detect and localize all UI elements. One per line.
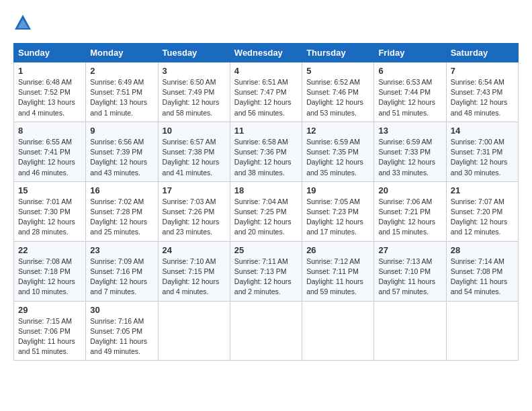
calendar-week-row: 8Sunrise: 6:55 AM Sunset: 7:41 PM Daylig…: [14, 122, 519, 181]
calendar-cell: 11Sunrise: 6:58 AM Sunset: 7:36 PM Dayli…: [230, 122, 302, 181]
calendar-cell: 30Sunrise: 7:16 AM Sunset: 7:05 PM Dayli…: [86, 301, 158, 361]
calendar-header-row: SundayMondayTuesdayWednesdayThursdayFrid…: [14, 44, 519, 62]
calendar-cell: 15Sunrise: 7:01 AM Sunset: 7:30 PM Dayli…: [14, 181, 86, 241]
calendar-cell: 27Sunrise: 7:13 AM Sunset: 7:10 PM Dayli…: [374, 241, 446, 301]
day-number: 18: [234, 185, 298, 195]
day-info: Sunrise: 6:58 AM Sunset: 7:36 PM Dayligh…: [234, 137, 298, 178]
day-number: 30: [90, 305, 153, 315]
calendar-body: 1Sunrise: 6:48 AM Sunset: 7:52 PM Daylig…: [14, 62, 519, 361]
calendar-cell: 21Sunrise: 7:07 AM Sunset: 7:20 PM Dayli…: [446, 181, 518, 241]
calendar-cell: 12Sunrise: 6:59 AM Sunset: 7:35 PM Dayli…: [302, 122, 374, 181]
day-number: 3: [163, 66, 226, 76]
day-info: Sunrise: 6:52 AM Sunset: 7:46 PM Dayligh…: [306, 77, 369, 118]
day-info: Sunrise: 6:51 AM Sunset: 7:47 PM Dayligh…: [234, 77, 298, 118]
calendar-cell: [446, 301, 518, 361]
day-info: Sunrise: 6:53 AM Sunset: 7:44 PM Dayligh…: [378, 77, 441, 118]
calendar-cell: 9Sunrise: 6:56 AM Sunset: 7:39 PM Daylig…: [86, 122, 158, 181]
day-info: Sunrise: 7:06 AM Sunset: 7:21 PM Dayligh…: [378, 197, 441, 238]
day-info: Sunrise: 6:56 AM Sunset: 7:39 PM Dayligh…: [90, 137, 153, 178]
calendar-cell: 2Sunrise: 6:49 AM Sunset: 7:51 PM Daylig…: [86, 62, 158, 122]
day-info: Sunrise: 7:02 AM Sunset: 7:28 PM Dayligh…: [90, 197, 153, 238]
day-info: Sunrise: 7:12 AM Sunset: 7:11 PM Dayligh…: [306, 257, 369, 298]
day-header-tuesday: Tuesday: [158, 44, 230, 62]
calendar-cell: 19Sunrise: 7:05 AM Sunset: 7:23 PM Dayli…: [302, 181, 374, 241]
day-info: Sunrise: 6:59 AM Sunset: 7:35 PM Dayligh…: [306, 137, 369, 178]
day-number: 23: [90, 245, 153, 255]
day-number: 9: [90, 126, 153, 136]
day-number: 29: [18, 305, 81, 315]
day-number: 10: [163, 126, 226, 136]
logo-icon: [13, 13, 32, 32]
day-info: Sunrise: 7:01 AM Sunset: 7:30 PM Dayligh…: [18, 197, 81, 238]
calendar-week-row: 29Sunrise: 7:15 AM Sunset: 7:06 PM Dayli…: [14, 301, 519, 361]
day-number: 27: [378, 245, 441, 255]
day-info: Sunrise: 7:15 AM Sunset: 7:06 PM Dayligh…: [18, 316, 81, 357]
logo: [13, 13, 35, 32]
day-number: 20: [378, 185, 441, 195]
day-header-sunday: Sunday: [14, 44, 86, 62]
header: [13, 13, 519, 32]
day-info: Sunrise: 7:10 AM Sunset: 7:15 PM Dayligh…: [163, 257, 226, 298]
calendar-cell: 4Sunrise: 6:51 AM Sunset: 7:47 PM Daylig…: [230, 62, 302, 122]
calendar-cell: 23Sunrise: 7:09 AM Sunset: 7:16 PM Dayli…: [86, 241, 158, 301]
calendar-cell: 16Sunrise: 7:02 AM Sunset: 7:28 PM Dayli…: [86, 181, 158, 241]
calendar-cell: [158, 301, 230, 361]
day-info: Sunrise: 7:08 AM Sunset: 7:18 PM Dayligh…: [18, 257, 81, 298]
calendar-cell: 3Sunrise: 6:50 AM Sunset: 7:49 PM Daylig…: [158, 62, 230, 122]
day-number: 1: [18, 66, 81, 76]
day-number: 11: [234, 126, 298, 136]
day-info: Sunrise: 7:13 AM Sunset: 7:10 PM Dayligh…: [378, 257, 441, 298]
day-number: 13: [378, 126, 441, 136]
day-number: 22: [18, 245, 81, 255]
day-info: Sunrise: 7:09 AM Sunset: 7:16 PM Dayligh…: [90, 257, 153, 298]
calendar-cell: 25Sunrise: 7:11 AM Sunset: 7:13 PM Dayli…: [230, 241, 302, 301]
day-number: 25: [234, 245, 298, 255]
day-number: 12: [306, 126, 369, 136]
day-number: 15: [18, 185, 81, 195]
day-number: 21: [451, 185, 514, 195]
day-number: 17: [163, 185, 226, 195]
day-number: 4: [234, 66, 298, 76]
day-info: Sunrise: 6:49 AM Sunset: 7:51 PM Dayligh…: [90, 77, 153, 118]
calendar-cell: 28Sunrise: 7:14 AM Sunset: 7:08 PM Dayli…: [446, 241, 518, 301]
day-info: Sunrise: 7:03 AM Sunset: 7:26 PM Dayligh…: [163, 197, 226, 238]
day-number: 14: [451, 126, 514, 136]
day-info: Sunrise: 7:07 AM Sunset: 7:20 PM Dayligh…: [451, 197, 514, 238]
day-info: Sunrise: 7:04 AM Sunset: 7:25 PM Dayligh…: [234, 197, 298, 238]
day-header-wednesday: Wednesday: [230, 44, 302, 62]
day-info: Sunrise: 6:59 AM Sunset: 7:33 PM Dayligh…: [378, 137, 441, 178]
day-info: Sunrise: 6:50 AM Sunset: 7:49 PM Dayligh…: [163, 77, 226, 118]
day-info: Sunrise: 7:05 AM Sunset: 7:23 PM Dayligh…: [306, 197, 369, 238]
calendar-cell: 18Sunrise: 7:04 AM Sunset: 7:25 PM Dayli…: [230, 181, 302, 241]
calendar-table: SundayMondayTuesdayWednesdayThursdayFrid…: [13, 43, 519, 361]
day-number: 2: [90, 66, 153, 76]
calendar-cell: [302, 301, 374, 361]
calendar-cell: 13Sunrise: 6:59 AM Sunset: 7:33 PM Dayli…: [374, 122, 446, 181]
day-number: 8: [18, 126, 81, 136]
day-number: 19: [306, 185, 369, 195]
day-number: 6: [378, 66, 441, 76]
calendar-week-row: 1Sunrise: 6:48 AM Sunset: 7:52 PM Daylig…: [14, 62, 519, 122]
calendar-cell: [374, 301, 446, 361]
calendar-cell: 26Sunrise: 7:12 AM Sunset: 7:11 PM Dayli…: [302, 241, 374, 301]
day-info: Sunrise: 7:00 AM Sunset: 7:31 PM Dayligh…: [451, 137, 514, 178]
day-header-thursday: Thursday: [302, 44, 374, 62]
day-info: Sunrise: 7:16 AM Sunset: 7:05 PM Dayligh…: [90, 316, 153, 357]
calendar-cell: 8Sunrise: 6:55 AM Sunset: 7:41 PM Daylig…: [14, 122, 86, 181]
day-number: 16: [90, 185, 153, 195]
day-header-monday: Monday: [86, 44, 158, 62]
calendar-cell: [230, 301, 302, 361]
calendar-cell: 6Sunrise: 6:53 AM Sunset: 7:44 PM Daylig…: [374, 62, 446, 122]
calendar-week-row: 22Sunrise: 7:08 AM Sunset: 7:18 PM Dayli…: [14, 241, 519, 301]
day-info: Sunrise: 7:14 AM Sunset: 7:08 PM Dayligh…: [451, 257, 514, 298]
calendar-cell: 17Sunrise: 7:03 AM Sunset: 7:26 PM Dayli…: [158, 181, 230, 241]
calendar-cell: 10Sunrise: 6:57 AM Sunset: 7:38 PM Dayli…: [158, 122, 230, 181]
day-info: Sunrise: 7:11 AM Sunset: 7:13 PM Dayligh…: [234, 257, 298, 298]
day-header-saturday: Saturday: [446, 44, 518, 62]
day-number: 24: [163, 245, 226, 255]
day-header-friday: Friday: [374, 44, 446, 62]
calendar-cell: 22Sunrise: 7:08 AM Sunset: 7:18 PM Dayli…: [14, 241, 86, 301]
day-info: Sunrise: 6:57 AM Sunset: 7:38 PM Dayligh…: [163, 137, 226, 178]
calendar-cell: 24Sunrise: 7:10 AM Sunset: 7:15 PM Dayli…: [158, 241, 230, 301]
day-info: Sunrise: 6:55 AM Sunset: 7:41 PM Dayligh…: [18, 137, 81, 178]
